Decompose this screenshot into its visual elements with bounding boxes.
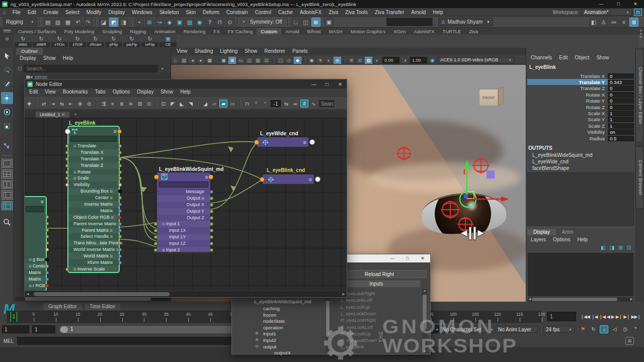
menu-help[interactable]: Help: [429, 10, 447, 15]
shelf-tab-poly-modeling[interactable]: Poly Modeling: [60, 28, 99, 35]
channel-value-field[interactable]: 1: [608, 123, 634, 129]
node-attr-row[interactable]: Matrix: [25, 276, 46, 283]
connection-target-l-eyelookleft[interactable]: L_eyeLookLeft: [341, 297, 372, 303]
move-tool[interactable]: [1, 92, 13, 104]
channelbox-toggle-icon[interactable]: ≣: [629, 18, 638, 27]
node-attr-row[interactable]: Output X: [157, 202, 210, 208]
node-input-port[interactable]: [254, 140, 259, 145]
node-output-port[interactable]: [117, 129, 122, 134]
node-md[interactable]: ≡ MessageOutput⊞Output XOutput YOutput Z…: [156, 172, 211, 252]
align-horizontal-icon[interactable]: ≡: [109, 100, 117, 108]
node-attr-row[interactable]: Output⊞: [157, 195, 210, 202]
character-set-dropdown[interactable]: No Character Set: [440, 326, 488, 333]
highlight-selection-icon[interactable]: ⊙: [225, 18, 234, 27]
magnifier-icon[interactable]: [1, 216, 13, 228]
joint-tool[interactable]: [1, 140, 13, 152]
output-port[interactable]: [45, 248, 49, 251]
tab-graph-editor[interactable]: Graph Editor: [43, 303, 82, 310]
node-attr-row[interactable]: Input 1Z: [157, 240, 210, 247]
output-port[interactable]: [45, 241, 49, 245]
channel-row-rotate-y[interactable]: Rotate Y0: [527, 98, 634, 104]
clock-icon[interactable]: ◷: [621, 325, 629, 333]
tab-channel-box-layer-editor[interactable]: Channel Box / Layer Editor: [635, 49, 643, 142]
shelf-tab-sculpting[interactable]: Sculpting: [98, 28, 126, 35]
mel-label[interactable]: MEL: [0, 338, 17, 344]
shelf-tab-motion-graphics[interactable]: Motion Graphics: [347, 28, 389, 35]
infinity-icon[interactable]: ∞: [291, 100, 299, 108]
input-port[interactable]: [154, 235, 157, 239]
shelf-button-zrnam[interactable]: ↻zRnam: [87, 35, 104, 48]
output-connections-icon[interactable]: ⇤: [67, 100, 75, 108]
node-menu-icon[interactable]: ≡: [309, 177, 312, 182]
menu-constrain[interactable]: Constrain: [223, 10, 252, 15]
node-editor-menu-tabs[interactable]: Tabs: [92, 89, 109, 95]
node-attr-row[interactable]: Input 1X: [157, 227, 210, 234]
connection-target-r-eyelookup[interactable]: R_eyeLookUp: [341, 331, 371, 336]
shelf-tab-fx[interactable]: FX: [210, 28, 224, 35]
connection-source-output[interactable]: output⊖: [263, 344, 276, 349]
workspace-lock-icon[interactable]: ⊓: [634, 9, 642, 16]
xray-icon[interactable]: ▨: [365, 57, 372, 64]
input-port[interactable]: [154, 242, 157, 245]
node-title-md[interactable]: L_eyeBlinkWideSquint_md: [159, 166, 223, 172]
input-port[interactable]: [65, 170, 69, 174]
shelf-tab-fx-caching[interactable]: FX Caching: [224, 28, 257, 35]
menu-create[interactable]: Create: [40, 10, 62, 15]
output-port[interactable]: [118, 157, 122, 161]
node-editor-menu-view[interactable]: View: [41, 89, 59, 95]
connection-target-r-eyelookdown[interactable]: R_eyeLookDown: [341, 337, 377, 343]
layer-menu-layers[interactable]: Layers: [527, 237, 549, 242]
output-port[interactable]: [210, 190, 213, 194]
shelf-button-ztioff[interactable]: ↻zTiOff: [69, 35, 86, 48]
viewport-menu-lighting[interactable]: Lighting: [216, 48, 241, 54]
step-back-key-button[interactable]: ❙◀: [599, 314, 605, 319]
pick-up-icon[interactable]: ◥: [187, 100, 195, 108]
outliner-menu-help[interactable]: Help: [59, 55, 77, 61]
channel-value-field[interactable]: 1: [608, 117, 634, 122]
connection-left-scrollbar[interactable]: [326, 299, 330, 353]
distribute-icon[interactable]: ≋: [127, 100, 135, 108]
channel-value-field[interactable]: on: [608, 129, 634, 135]
quick-select-field[interactable]: [386, 18, 433, 26]
animlayer-dropdown-icon[interactable]: ▼: [490, 328, 494, 331]
menu-edit[interactable]: Edit: [24, 10, 40, 15]
lock-icon[interactable]: ⊓: [243, 100, 251, 108]
node-attr-row[interactable]: Object Color RGB⊞: [68, 214, 119, 221]
expander-icon[interactable]: ⊞: [29, 283, 33, 290]
menu-windows[interactable]: Windows: [128, 10, 156, 15]
connection-source-frozen[interactable]: frozen: [263, 312, 276, 318]
outliner-search-input[interactable]: Search...: [24, 65, 158, 72]
node-wide-cnd[interactable]: ≡: [257, 137, 309, 147]
shelf-button-parflp[interactable]: ↻parFlp: [123, 35, 140, 48]
all-lights-icon[interactable]: ☀: [316, 57, 324, 64]
wireframe-icon[interactable]: ◇: [285, 57, 293, 64]
modeling-toolkit-icon[interactable]: ◧: [589, 18, 598, 27]
channel-value-field[interactable]: 1: [608, 111, 634, 116]
select-component-icon[interactable]: ◨: [119, 18, 128, 27]
rotate-tool[interactable]: [1, 106, 13, 118]
colorspace-dropdown[interactable]: ACES 1.0 SDR-video (sRGB▼: [438, 57, 514, 63]
paint-select-tool[interactable]: [1, 78, 13, 90]
channel-row-rotate-z[interactable]: Rotate Z0: [527, 104, 634, 110]
output-node-l-eyewide-cnd[interactable]: L_eyeWide_cnd: [532, 159, 569, 164]
menu-select[interactable]: Select: [62, 10, 83, 15]
camera-settings-icon[interactable]: ▦: [206, 57, 213, 64]
charset-dropdown-icon[interactable]: ▼: [435, 328, 439, 331]
menu-deform[interactable]: Deform: [199, 10, 223, 15]
output-port[interactable]: [210, 216, 213, 220]
node-editor-menu-help[interactable]: Help: [177, 89, 194, 95]
node-attr-row[interactable]: ⊞g Box: [25, 256, 46, 263]
input-connections-icon[interactable]: ⇥: [49, 100, 57, 108]
pick-arrow-icon[interactable]: ◤: [169, 100, 177, 108]
output-port[interactable]: [45, 258, 49, 261]
output-port[interactable]: [45, 278, 49, 281]
output-port[interactable]: [45, 264, 49, 268]
quick-help-icon[interactable]: ?: [205, 18, 214, 27]
outliner-tab[interactable]: Outliner: [16, 48, 43, 55]
shelf-button-ce[interactable]: ▣CE: [159, 35, 177, 48]
animation-start-field[interactable]: 1: [2, 325, 29, 333]
node-attr-row[interactable]: Input 1Y: [157, 234, 210, 240]
remove-nodes-icon[interactable]: ⊖: [85, 100, 93, 108]
select-tool[interactable]: [1, 50, 13, 62]
output-port[interactable]: [210, 197, 213, 200]
